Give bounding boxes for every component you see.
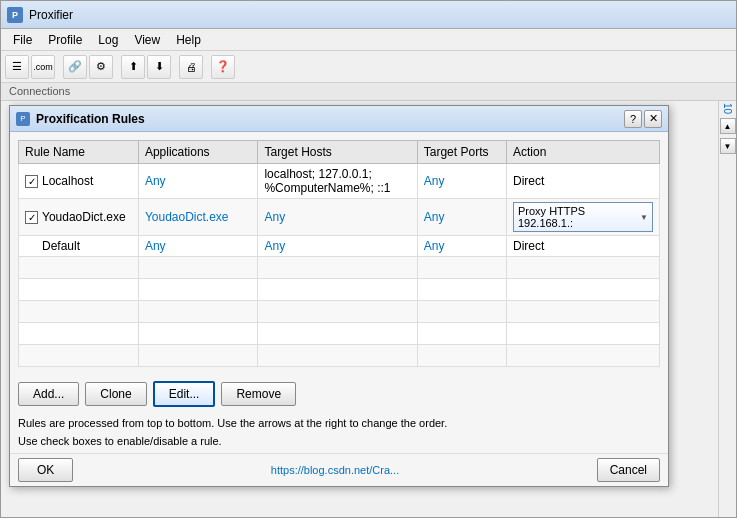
rule-checkbox[interactable] [25, 175, 38, 188]
dialog-footer: OK https://blog.csdn.net/Cra... Cancel [10, 453, 668, 486]
dialog-help-button[interactable]: ? [624, 110, 642, 128]
remove-button[interactable]: Remove [221, 382, 296, 406]
menu-bar: File Profile Log View Help [1, 29, 736, 51]
cancel-button[interactable]: Cancel [597, 458, 660, 482]
target-hosts-cell: Any [258, 236, 417, 257]
toolbar-btn-5[interactable]: ⬆ [121, 55, 145, 79]
proxification-rules-dialog: P Proxification Rules ? ✕ Rule Name Appl… [9, 105, 669, 487]
table-row [19, 345, 660, 367]
target-hosts-cell: localhost; 127.0.0.1; %ComputerName%; ::… [258, 164, 417, 199]
info-text-1: Rules are processed from top to bottom. … [10, 413, 668, 431]
info-text-2: Use check boxes to enable/disable a rule… [10, 431, 668, 453]
clone-button[interactable]: Clone [85, 382, 146, 406]
ok-button[interactable]: OK [18, 458, 73, 482]
toolbar-btn-8[interactable]: ❓ [211, 55, 235, 79]
app-title: Proxifier [29, 8, 73, 22]
toolbar-btn-4[interactable]: ⚙ [89, 55, 113, 79]
applications-cell: YoudaoDict.exe [138, 199, 258, 236]
table-row[interactable]: Default Any Any Any [19, 236, 660, 257]
content-area: Connections P Proxification Rules ? ✕ [1, 83, 736, 517]
dialog-overlay: P Proxification Rules ? ✕ Rule Name Appl… [9, 101, 736, 517]
rule-name-cell: YoudaoDict.exe [19, 199, 139, 236]
col-target-ports: Target Ports [417, 141, 506, 164]
col-rule-name: Rule Name [19, 141, 139, 164]
table-row [19, 301, 660, 323]
app-icon: P [7, 7, 23, 23]
col-applications: Applications [138, 141, 258, 164]
rule-name-cell: Default [19, 236, 139, 257]
main-window: P Proxifier File Profile Log View Help ☰… [0, 0, 737, 518]
applications-cell: Any [138, 236, 258, 257]
rule-name-cell: Localhost [19, 164, 139, 199]
target-ports-cell: Any [417, 164, 506, 199]
toolbar-btn-2[interactable]: .com [31, 55, 55, 79]
toolbar-btn-7[interactable]: 🖨 [179, 55, 203, 79]
menu-log[interactable]: Log [90, 31, 126, 49]
side-panel: 10 ▲ ▼ [718, 101, 736, 517]
toolbar-btn-1[interactable]: ☰ [5, 55, 29, 79]
target-hosts-cell: Any [258, 199, 417, 236]
table-row[interactable]: Localhost Any localhost; 127.0.0.1; %Com… [19, 164, 660, 199]
menu-profile[interactable]: Profile [40, 31, 90, 49]
toolbar-btn-3[interactable]: 🔗 [63, 55, 87, 79]
menu-view[interactable]: View [126, 31, 168, 49]
connections-tab[interactable]: Connections [1, 83, 736, 101]
target-ports-cell: Any [417, 236, 506, 257]
title-bar: P Proxifier [1, 1, 736, 29]
footer-link: https://blog.csdn.net/Cra... [271, 464, 399, 476]
menu-help[interactable]: Help [168, 31, 209, 49]
table-row [19, 279, 660, 301]
table-row [19, 257, 660, 279]
add-button[interactable]: Add... [18, 382, 79, 406]
dialog-title-bar: P Proxification Rules ? ✕ [10, 106, 668, 132]
applications-cell: Any [138, 164, 258, 199]
target-ports-cell: Any [417, 199, 506, 236]
dialog-close-button[interactable]: ✕ [644, 110, 662, 128]
rules-table: Rule Name Applications Target Hosts Targ… [18, 140, 660, 367]
action-cell[interactable]: Proxy HTTPS 192.168.1.: ▼ [506, 199, 659, 236]
side-number: 10 [722, 103, 733, 114]
table-row[interactable]: YoudaoDict.exe YoudaoDict.exe Any [19, 199, 660, 236]
edit-button[interactable]: Edit... [153, 381, 216, 407]
table-row [19, 323, 660, 345]
dialog-content: Rule Name Applications Target Hosts Targ… [10, 132, 668, 375]
up-arrow-button[interactable]: ▲ [720, 118, 736, 134]
toolbar-btn-6[interactable]: ⬇ [147, 55, 171, 79]
down-arrow-button[interactable]: ▼ [720, 138, 736, 154]
col-action: Action [506, 141, 659, 164]
menu-file[interactable]: File [5, 31, 40, 49]
dialog-icon: P [16, 112, 30, 126]
action-cell: Direct [506, 164, 659, 199]
toolbar: ☰ .com 🔗 ⚙ ⬆ ⬇ 🖨 ❓ [1, 51, 736, 83]
rule-checkbox[interactable] [25, 211, 38, 224]
dropdown-arrow-icon: ▼ [640, 213, 648, 222]
col-target-hosts: Target Hosts [258, 141, 417, 164]
dialog-action-buttons: Add... Clone Edit... Remove [10, 375, 668, 413]
dialog-title: Proxification Rules [36, 112, 622, 126]
proxy-dropdown[interactable]: Proxy HTTPS 192.168.1.: ▼ [513, 202, 653, 232]
action-cell: Direct [506, 236, 659, 257]
